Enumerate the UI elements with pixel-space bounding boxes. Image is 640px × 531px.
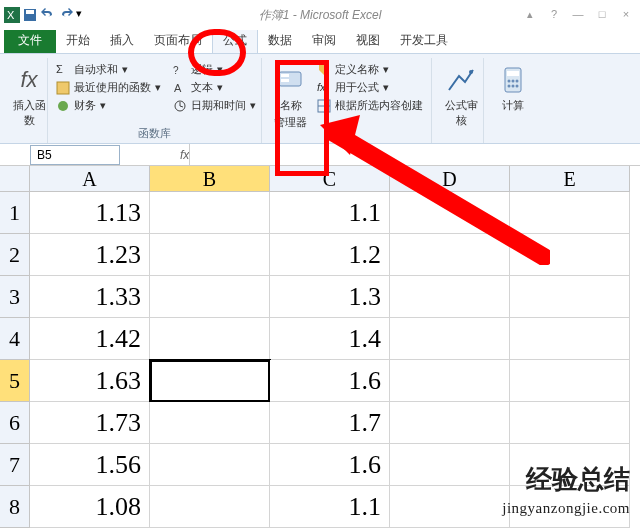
dropdown-icon: ▾ bbox=[383, 81, 389, 94]
cell-A1[interactable]: 1.13 bbox=[30, 192, 150, 234]
cell-E2[interactable] bbox=[510, 234, 630, 276]
formula-audit-label: 公式审核 bbox=[440, 98, 482, 128]
name-manager-button[interactable]: 名称 管理器 bbox=[270, 60, 311, 130]
select-all-corner[interactable] bbox=[0, 166, 30, 192]
tab-home[interactable]: 开始 bbox=[56, 28, 100, 53]
cell-C5[interactable]: 1.6 bbox=[270, 360, 390, 402]
cell-C3[interactable]: 1.3 bbox=[270, 276, 390, 318]
cell-A5[interactable]: 1.63 bbox=[30, 360, 150, 402]
row-header[interactable]: 2 bbox=[0, 234, 30, 276]
dropdown-icon: ▾ bbox=[100, 99, 106, 112]
save-icon[interactable] bbox=[22, 7, 38, 23]
cell-C8[interactable]: 1.1 bbox=[270, 486, 390, 528]
define-name-button[interactable]: 定义名称▾ bbox=[317, 62, 423, 77]
cell-B6[interactable] bbox=[150, 402, 270, 444]
col-header-B[interactable]: B bbox=[150, 166, 270, 192]
autosum-button[interactable]: Σ自动求和▾ bbox=[56, 62, 161, 77]
calculation-button[interactable]: 计算 bbox=[492, 60, 534, 113]
cell-C6[interactable]: 1.7 bbox=[270, 402, 390, 444]
row-header[interactable]: 4 bbox=[0, 318, 30, 360]
cell-D4[interactable] bbox=[390, 318, 510, 360]
cell-A3[interactable]: 1.33 bbox=[30, 276, 150, 318]
create-from-selection-button[interactable]: 根据所选内容创建 bbox=[317, 98, 423, 113]
cell-E4[interactable] bbox=[510, 318, 630, 360]
create-from-selection-label: 根据所选内容创建 bbox=[335, 98, 423, 113]
logical-button[interactable]: ?逻辑▾ bbox=[173, 62, 256, 77]
cell-A6[interactable]: 1.73 bbox=[30, 402, 150, 444]
close-button[interactable]: × bbox=[618, 8, 634, 22]
grid-row: 31.331.3 bbox=[0, 276, 640, 318]
row-header[interactable]: 5 bbox=[0, 360, 30, 402]
help-icon[interactable]: ? bbox=[546, 8, 562, 22]
fx-icon: fx bbox=[13, 64, 45, 96]
tab-pagelayout[interactable]: 页面布局 bbox=[144, 28, 212, 53]
cell-B2[interactable] bbox=[150, 234, 270, 276]
name-box[interactable]: B5 bbox=[30, 145, 120, 165]
cell-E3[interactable] bbox=[510, 276, 630, 318]
cell-A2[interactable]: 1.23 bbox=[30, 234, 150, 276]
tab-file[interactable]: 文件 bbox=[4, 28, 56, 53]
cell-B8[interactable] bbox=[150, 486, 270, 528]
insert-function-button[interactable]: fx 插入函数 bbox=[8, 60, 50, 128]
formula-audit-button[interactable]: 公式审核 bbox=[440, 60, 482, 128]
col-header-D[interactable]: D bbox=[390, 166, 510, 192]
cell-B7[interactable] bbox=[150, 444, 270, 486]
recent-functions-button[interactable]: 最近使用的函数▾ bbox=[56, 80, 161, 95]
row-header[interactable]: 8 bbox=[0, 486, 30, 528]
cell-D3[interactable] bbox=[390, 276, 510, 318]
minimize-button[interactable]: — bbox=[570, 8, 586, 22]
col-header-E[interactable]: E bbox=[510, 166, 630, 192]
cell-E6[interactable] bbox=[510, 402, 630, 444]
cell-A4[interactable]: 1.42 bbox=[30, 318, 150, 360]
tab-developer[interactable]: 开发工具 bbox=[390, 28, 458, 53]
undo-icon[interactable] bbox=[40, 7, 56, 23]
ribbon-minimize-icon[interactable]: ▴ bbox=[522, 8, 538, 22]
cell-D2[interactable] bbox=[390, 234, 510, 276]
cell-C2[interactable]: 1.2 bbox=[270, 234, 390, 276]
cell-B1[interactable] bbox=[150, 192, 270, 234]
col-header-C[interactable]: C bbox=[270, 166, 390, 192]
qat-dropdown-icon[interactable]: ▾ bbox=[76, 7, 92, 23]
ribbon-group-function-library: Σ自动求和▾ 最近使用的函数▾ 财务▾ ?逻辑▾ A文本▾ 日期和时间▾ 函数库 bbox=[48, 58, 262, 143]
cell-D7[interactable] bbox=[390, 444, 510, 486]
row-header[interactable]: 6 bbox=[0, 402, 30, 444]
name-manager-icon bbox=[275, 64, 307, 96]
datetime-button[interactable]: 日期和时间▾ bbox=[173, 98, 256, 113]
tab-review[interactable]: 审阅 bbox=[302, 28, 346, 53]
cell-C4[interactable]: 1.4 bbox=[270, 318, 390, 360]
formula-bar[interactable] bbox=[189, 144, 640, 165]
tab-data[interactable]: 数据 bbox=[258, 28, 302, 53]
cell-E5[interactable] bbox=[510, 360, 630, 402]
maximize-button[interactable]: □ bbox=[594, 8, 610, 22]
cell-D8[interactable] bbox=[390, 486, 510, 528]
row-header[interactable]: 1 bbox=[0, 192, 30, 234]
cell-B4[interactable] bbox=[150, 318, 270, 360]
cell-B5[interactable] bbox=[150, 360, 270, 402]
fx-label-icon[interactable]: fx bbox=[180, 148, 189, 162]
cell-A7[interactable]: 1.56 bbox=[30, 444, 150, 486]
financial-button[interactable]: 财务▾ bbox=[56, 98, 161, 113]
clock-icon bbox=[173, 99, 187, 113]
cell-E7[interactable] bbox=[510, 444, 630, 486]
row-header[interactable]: 3 bbox=[0, 276, 30, 318]
dropdown-icon: ▾ bbox=[250, 99, 256, 112]
use-in-formula-button[interactable]: fx用于公式▾ bbox=[317, 80, 423, 95]
tab-view[interactable]: 视图 bbox=[346, 28, 390, 53]
cell-B3[interactable] bbox=[150, 276, 270, 318]
row-header[interactable]: 7 bbox=[0, 444, 30, 486]
redo-icon[interactable] bbox=[58, 7, 74, 23]
text-button[interactable]: A文本▾ bbox=[173, 80, 256, 95]
cell-C1[interactable]: 1.1 bbox=[270, 192, 390, 234]
tab-insert[interactable]: 插入 bbox=[100, 28, 144, 53]
cell-A8[interactable]: 1.08 bbox=[30, 486, 150, 528]
cell-E8[interactable] bbox=[510, 486, 630, 528]
cell-D5[interactable] bbox=[390, 360, 510, 402]
defined-names-group-label: 称 bbox=[262, 126, 431, 141]
cell-D1[interactable] bbox=[390, 192, 510, 234]
cell-E1[interactable] bbox=[510, 192, 630, 234]
tab-formulas[interactable]: 公式 bbox=[212, 27, 258, 53]
financial-label: 财务 bbox=[74, 98, 96, 113]
col-header-A[interactable]: A bbox=[30, 166, 150, 192]
cell-C7[interactable]: 1.6 bbox=[270, 444, 390, 486]
cell-D6[interactable] bbox=[390, 402, 510, 444]
